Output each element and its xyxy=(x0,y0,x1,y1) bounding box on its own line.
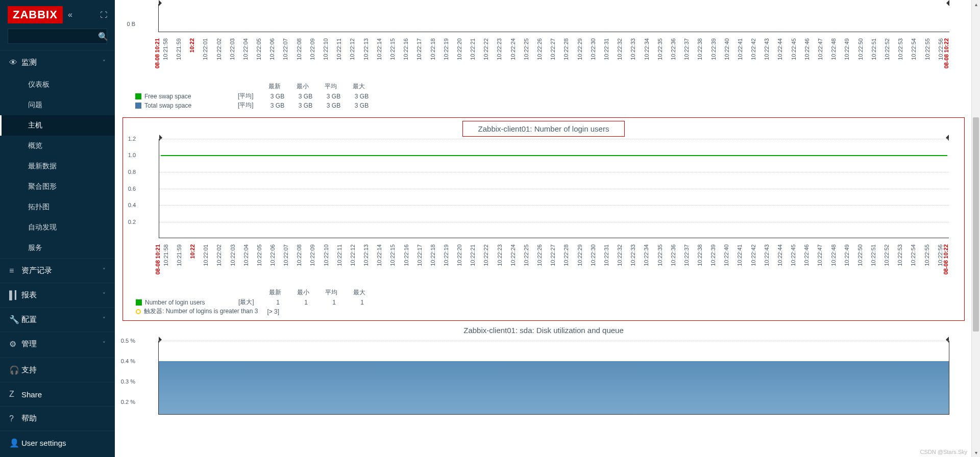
nav-bottom-0[interactable]: 🎧支持 xyxy=(0,358,115,382)
x-tick: 10:22:47 xyxy=(817,244,823,266)
x-tick: 10:22:25 xyxy=(523,244,529,266)
search-input[interactable] xyxy=(12,33,98,40)
main-content: 0 B 08-08 10:2110:21:5810:21:5910:2210:2… xyxy=(115,0,980,457)
x-tick: 10:22:29 xyxy=(577,38,583,60)
x-tick-end: 08-08 10:22 xyxy=(943,38,949,68)
nav-label: 监测 xyxy=(21,58,103,67)
y-tick: 0.8 xyxy=(128,169,136,175)
x-tick: 10:22:28 xyxy=(563,38,569,60)
x-tick: 10:22:04 xyxy=(242,38,249,60)
x-tick: 10:22:21 xyxy=(470,38,476,60)
legend-trigger[interactable]: 触发器: Number of logins is greater than 3[… xyxy=(136,307,964,316)
x-tick: 10:22:26 xyxy=(536,38,543,60)
legend-item[interactable]: Number of login users[最大]1111 xyxy=(136,298,964,307)
chevron-down-icon: ˅ xyxy=(103,267,106,274)
x-tick: 10:22:42 xyxy=(750,38,756,60)
search-icon[interactable]: 🔍 xyxy=(98,32,108,41)
x-tick: 10:22:15 xyxy=(389,244,396,266)
nav-item-服务[interactable]: 服务 xyxy=(0,238,115,258)
x-tick: 10:22:52 xyxy=(884,38,890,60)
nav-item-聚合图形[interactable]: 聚合图形 xyxy=(0,176,115,197)
x-tick: 10:21:58 xyxy=(163,244,169,266)
x-tick: 10:22:48 xyxy=(830,244,837,266)
x-tick: 10:22:35 xyxy=(657,38,663,60)
x-tick: 10:22:34 xyxy=(643,244,649,266)
x-tick: 10:22:55 xyxy=(924,244,930,266)
edit-layout-icon[interactable]: ⛶ xyxy=(100,11,107,19)
x-tick: 10:22:30 xyxy=(590,38,596,60)
x-tick: 10:22:28 xyxy=(563,244,569,266)
y-tick: 1.0 xyxy=(128,152,136,158)
legend-item[interactable]: Free swap space[平均]3 GB3 GB3 GB3 GB xyxy=(135,92,965,100)
nav-bottom-1[interactable]: ZShare xyxy=(0,382,115,406)
logo[interactable]: ZABBIX xyxy=(8,6,63,23)
x-tick: 10:22:14 xyxy=(376,244,382,266)
x-tick: 10:22:20 xyxy=(456,38,462,60)
x-tick: 10:22:45 xyxy=(790,244,796,266)
x-tick: 10:22:01 xyxy=(203,244,209,266)
x-tick: 10:22:41 xyxy=(737,244,743,266)
x-tick: 10:22:03 xyxy=(229,38,235,60)
x-tick: 10:22:02 xyxy=(216,38,222,60)
x-tick: 10:22:34 xyxy=(644,38,650,60)
nav-bottom-3[interactable]: 👤User settings xyxy=(0,430,115,455)
x-tick: 10:22:36 xyxy=(670,244,676,266)
x-tick: 10:22:02 xyxy=(216,244,222,266)
x-tick: 10:22:06 xyxy=(269,38,275,60)
x-tick: 10:22:27 xyxy=(550,38,556,60)
collapse-icon[interactable]: « xyxy=(68,10,72,19)
x-tick: 10:22:37 xyxy=(683,244,690,266)
nav-cat-3[interactable]: 🔧配置˅ xyxy=(0,307,115,332)
x-tick: 10:22:53 xyxy=(897,38,903,60)
x-tick: 10:22:29 xyxy=(577,244,583,266)
nav-item-概览[interactable]: 概览 xyxy=(0,136,115,156)
nav-item-主机[interactable]: 主机 xyxy=(0,115,115,136)
nav-label: 支持 xyxy=(21,365,106,375)
nav-icon: Z xyxy=(9,390,21,399)
watermark: CSDN @Stars.Sky xyxy=(920,449,967,455)
nav-item-拓扑图[interactable]: 拓扑图 xyxy=(0,197,115,217)
nav-item-仪表板[interactable]: 仪表板 xyxy=(0,74,115,95)
x-tick: 10:22:12 xyxy=(350,244,356,266)
nav-item-最新数据[interactable]: 最新数据 xyxy=(0,156,115,176)
x-tick: 10:22:30 xyxy=(590,244,596,266)
y-tick: 0.4 % xyxy=(121,358,135,364)
nav-cat-0[interactable]: 👁监测˅ xyxy=(0,50,115,74)
x-tick: 10:22:54 xyxy=(910,244,916,266)
legend-swatch xyxy=(135,93,141,99)
nav-item-自动发现[interactable]: 自动发现 xyxy=(0,217,115,238)
x-tick: 10:22:26 xyxy=(536,244,543,266)
nav-label: 配置 xyxy=(21,315,103,324)
vertical-scrollbar[interactable]: ▴ ▾ xyxy=(971,0,980,457)
x-tick: 10:22:32 xyxy=(617,244,623,266)
x-tick: 10:22:12 xyxy=(349,38,355,60)
nav-bottom-2[interactable]: ?帮助 xyxy=(0,406,115,430)
x-tick: 10:22:33 xyxy=(630,38,636,60)
y-tick: 0.4 xyxy=(128,202,136,208)
x-tick-end: 08-08 10:22 xyxy=(943,244,949,274)
series-area-disk-util xyxy=(159,361,949,414)
legend-item[interactable]: Total swap space[平均]3 GB3 GB3 GB3 GB xyxy=(135,101,965,110)
x-tick: 10:22:52 xyxy=(884,244,890,266)
y-tick: 0 B xyxy=(127,21,135,27)
chevron-down-icon: ˅ xyxy=(103,316,106,323)
nav-icon: 🔧 xyxy=(9,315,21,324)
nav-cat-1[interactable]: ≡资产记录˅ xyxy=(0,258,115,283)
x-tick: 10:22:10 xyxy=(323,244,329,266)
x-tick: 10:22:49 xyxy=(844,244,850,266)
legend-swatch xyxy=(135,103,141,109)
y-tick: 0.5 % xyxy=(121,338,135,344)
x-tick: 10:22:31 xyxy=(603,38,609,60)
chevron-down-icon: ˅ xyxy=(103,341,106,347)
nav-cat-4[interactable]: ⚙管理˅ xyxy=(0,332,115,356)
nav-item-问题[interactable]: 问题 xyxy=(0,95,115,115)
x-tick: 10:22:37 xyxy=(683,38,690,60)
nav-cat-2[interactable]: ▌▎报表˅ xyxy=(0,283,115,307)
x-tick: 10:22:13 xyxy=(363,244,369,266)
x-tick: 10:22:20 xyxy=(456,244,462,266)
scrollbar-thumb[interactable] xyxy=(973,117,979,332)
x-tick: 10:22:50 xyxy=(857,244,863,266)
chevron-down-icon: ˅ xyxy=(103,292,106,298)
search-input-wrap[interactable]: 🔍 xyxy=(8,29,107,44)
x-tick: 10:22:01 xyxy=(202,38,208,60)
